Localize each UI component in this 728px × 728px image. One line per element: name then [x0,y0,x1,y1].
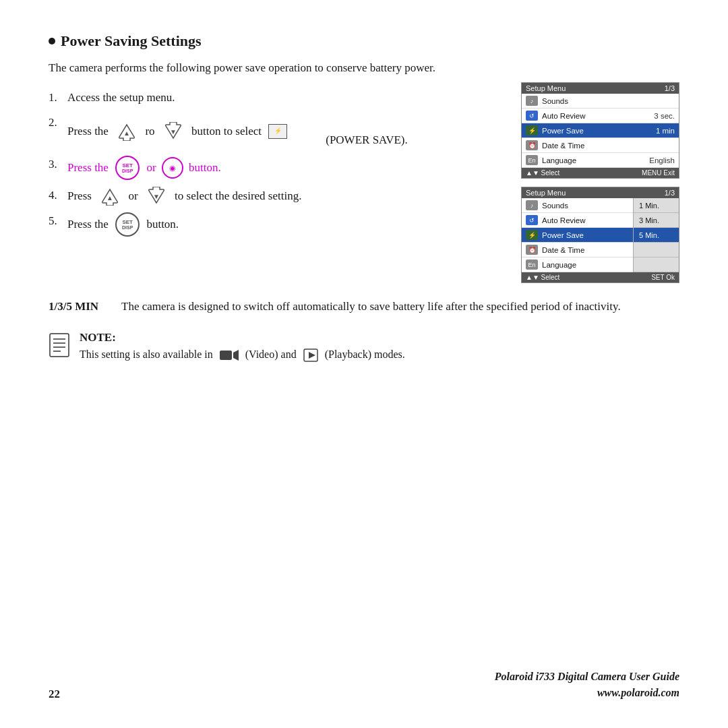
playback-mode-icon [303,348,318,362]
menu2-row-autoreview: ↺ Auto Review [522,213,633,228]
step-1: 1. Access the setup menu. [49,89,505,107]
step-5-content: Press the SET DISP button. [67,212,505,237]
svg-text:▼: ▼ [153,193,160,200]
sounds-icon: ♪ [526,96,538,106]
menu1-row-sounds: ♪ Sounds [522,94,679,109]
m2-val-datetime [634,243,679,257]
page: Power Saving Settings The camera perform… [0,0,728,728]
step-5: 5. Press the SET DISP button. [49,212,505,237]
m2-autoreview-icon: ↺ [526,215,538,225]
step-3-content: Press the SET DISP or ◉ button. [67,156,505,180]
svg-marker-12 [309,352,315,359]
note-section: NOTE: This setting is also available in … [49,331,679,363]
m2-val-autoreview: 3 Min. [634,213,679,228]
step-4-num: 4. [49,187,67,204]
sounds-label: Sounds [542,97,671,105]
down-arrow-btn: ▼ [162,122,185,141]
datetime-label: Date & Time [542,142,671,150]
menu1-footer-exit: MENU Exit [642,169,675,177]
m2-sounds-icon: ♪ [526,200,538,210]
menu2-left-col: ♪ Sounds ↺ Auto Review ⚡ Power Save ⏰ [522,198,633,272]
menu2-split: ♪ Sounds ↺ Auto Review ⚡ Power Save ⏰ [522,198,679,272]
title-text: Power Saving Settings [61,32,202,50]
language-icon: En [526,155,538,165]
step-2-content: Press the ▲ ro [67,114,505,150]
page-number: 22 [49,688,60,701]
m2-language-label: Language [542,261,629,269]
m2-autoreview-label: Auto Review [542,216,629,224]
step-3-num: 3. [49,156,67,173]
step-2: 2. Press the ▲ ro [49,114,505,150]
up-arrow-btn: ▲ [115,122,138,141]
step-1-num: 1. [49,89,67,107]
svg-text:▲: ▲ [107,194,113,202]
power-save-icon: ⚡ [268,124,287,139]
min-label: 1/3/5 MIN [49,298,109,315]
min-description: The camera is designed to switch off aut… [121,298,679,315]
language-label: Language [542,156,645,164]
note-content: NOTE: This setting is also available in … [80,331,405,363]
powersave-icon: ⚡ [526,125,538,135]
steps-column: 1. Access the setup menu. 2. Press the [49,89,505,243]
autoreview-icon: ↺ [526,111,538,121]
menu2-row-powersave: ⚡ Power Save [522,228,633,243]
powersave-value: 1 min [656,127,675,135]
step5-set-disp-button[interactable]: SET DISP [115,212,140,237]
m2-val-sounds: 1 Min. [634,198,679,213]
autoreview-value: 3 sec. [654,112,675,120]
menu1-header-right: 1/3 [665,84,675,92]
svg-rect-9 [220,351,232,360]
menu1-header-left: Setup Menu [526,84,566,92]
note-title: NOTE: [80,331,405,344]
page-footer: 22 Polaroid i733 Digital Camera User Gui… [49,669,679,701]
setup-menu-2: Setup Menu 1/3 ♪ Sounds ↺ Auto Review [521,187,679,283]
alt-button[interactable]: ◉ [162,157,183,179]
m2-val-language [634,257,679,272]
menus-column: Setup Menu 1/3 ♪ Sounds ↺ Auto Review 3 … [521,82,679,283]
svg-text:▼: ▼ [170,128,177,135]
language-value: English [649,156,675,164]
svg-marker-10 [233,350,239,361]
menu1-footer: ▲▼ Select MENU Exit [522,168,679,178]
datetime-icon: ⏰ [526,140,538,150]
menu2-header: Setup Menu 1/3 [522,187,679,198]
min-section: 1/3/5 MIN The camera is designed to swit… [49,298,679,315]
menu1-row-powersave: ⚡ Power Save 1 min [522,123,679,138]
section-title: Power Saving Settings [49,32,679,50]
set-disp-button[interactable]: SET DISP [115,156,140,180]
step4-up-arrow-btn: ▲ [98,187,121,206]
setup-menu-1: Setup Menu 1/3 ♪ Sounds ↺ Auto Review 3 … [521,82,679,179]
intro-paragraph: The camera performs the following power … [49,59,446,77]
powersave-label: Power Save [542,127,652,135]
menu2-right-values: 1 Min. 3 Min. 5 Min. [633,198,679,272]
step-2-num: 2. [49,114,67,131]
svg-text:▲: ▲ [123,129,130,137]
step-4: 4. Press ▲ or [49,187,505,206]
footer-brand: Polaroid i733 Digital Camera User Guide … [495,669,679,701]
menu2-header-left: Setup Menu [526,189,566,197]
autoreview-label: Auto Review [542,112,650,120]
main-content: 1. Access the setup menu. 2. Press the [49,89,679,283]
menu2-row-sounds: ♪ Sounds [522,198,633,213]
m2-language-icon: En [526,260,538,270]
step-3: 3. Press the SET DISP or ◉ button. [49,156,505,180]
video-mode-icon [220,348,239,362]
m2-val-powersave: 5 Min. [634,228,679,243]
step-4-content: Press ▲ or ▼ [67,187,505,206]
menu1-row-language: En Language English [522,153,679,168]
step4-down-arrow-btn: ▼ [145,187,168,206]
step-5-num: 5. [49,212,67,230]
bullet-icon [49,38,55,44]
m2-powersave-label: Power Save [542,231,629,239]
menu2-footer-select: ▲▼ Select [526,274,559,281]
menu2-footer: ▲▼ Select SET Ok [522,272,679,282]
menu1-row-autoreview: ↺ Auto Review 3 sec. [522,109,679,123]
steps-list: 1. Access the setup menu. 2. Press the [49,89,505,237]
m2-datetime-icon: ⏰ [526,245,538,255]
menu1-footer-select: ▲▼ Select [526,169,559,177]
note-text: This setting is also available in (Video… [80,346,405,363]
menu2-row-datetime: ⏰ Date & Time [522,243,633,257]
m2-datetime-label: Date & Time [542,246,629,254]
menu2-header-right: 1/3 [665,189,675,197]
menu2-row-language: En Language [522,257,633,272]
